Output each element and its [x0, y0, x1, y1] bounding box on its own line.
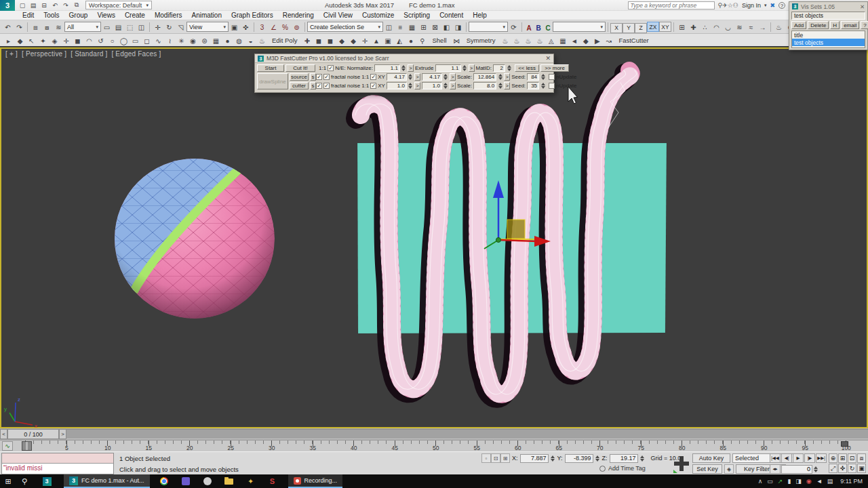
chamfer-box-icon[interactable]: ◼	[313, 35, 325, 46]
shell-button[interactable]: Shell	[433, 37, 447, 44]
noise2-y-field[interactable]: 1.0	[422, 82, 442, 89]
ngon-shape-icon[interactable]: ◻	[141, 35, 153, 46]
scale2-expand-button[interactable]: >	[504, 82, 510, 89]
reference-coordinate-dropdown[interactable]: View▾	[186, 22, 229, 32]
percent-snap-icon[interactable]: %	[279, 22, 291, 33]
curve-editor-icon[interactable]: ⊠	[429, 22, 441, 33]
ne-checkbox[interactable]: ✓	[328, 65, 334, 71]
zoom-icon[interactable]: ⊕	[829, 453, 837, 463]
key-mode-icon[interactable]: ◈	[724, 464, 734, 474]
save-file-icon[interactable]: ⊟	[39, 1, 49, 9]
track-bar-frame-marker[interactable]	[22, 441, 32, 451]
teapot-d-icon[interactable]: ♨	[534, 35, 545, 46]
source-s-button[interactable]: s	[310, 73, 316, 81]
track-bar[interactable]: ∿ 51015202530354045505560657075808590951…	[0, 440, 868, 451]
visset-item-test-objects[interactable]: test objects	[792, 39, 865, 46]
time-slider-handle[interactable]: 0 / 100	[7, 429, 59, 439]
start-button[interactable]: Start	[257, 64, 284, 72]
teapot-primitive-icon[interactable]: ♨	[256, 35, 268, 46]
add-time-tag[interactable]: Add Time Tag	[599, 465, 646, 472]
close-icon[interactable]: ✕	[860, 3, 865, 10]
vertex-mode-icon[interactable]: ◆	[14, 35, 26, 46]
symmetry-button[interactable]: Symmetry	[467, 37, 496, 44]
snap-axis-icon[interactable]: ✚	[688, 22, 699, 33]
vis-sets-name-field[interactable]: test objects	[791, 12, 865, 20]
donut-shape-icon[interactable]: ◉	[187, 35, 199, 46]
noise2-y-expand-button[interactable]: >	[450, 82, 456, 89]
scale2-spinner[interactable]	[498, 82, 502, 89]
z-coord-field[interactable]: 19.17	[610, 454, 638, 463]
absolute-offset-icon[interactable]: ⊞	[500, 453, 510, 463]
box-primitive-icon[interactable]: ◼	[72, 35, 83, 46]
selection-filter-dropdown[interactable]: All▾	[64, 22, 101, 32]
menu-item[interactable]: Modifiers	[150, 12, 187, 19]
menu-item[interactable]: Civil View	[319, 12, 357, 19]
teapot-c-icon[interactable]: ♨	[522, 35, 534, 46]
helix-shape-icon[interactable]: ≀	[164, 35, 176, 46]
noise1-y-spinner[interactable]	[443, 73, 448, 81]
pick-tool-icon[interactable]: ↖	[26, 35, 37, 46]
current-frame-field[interactable]: 0	[781, 465, 812, 474]
teapot-b-icon[interactable]: ♨	[511, 35, 522, 46]
scale1-spinner[interactable]	[498, 73, 502, 81]
cutter-noise-checkbox[interactable]: ✓	[323, 83, 330, 89]
isolate-selection-icon[interactable]: ▫	[481, 453, 491, 463]
bind-spacewarp-icon[interactable]: ≋	[53, 22, 64, 33]
cap-tool-icon[interactable]: ▣	[382, 35, 394, 46]
isolate-plus-icon[interactable]	[673, 454, 690, 473]
noise2-x-field[interactable]: 1.0	[387, 82, 407, 89]
teapot-a-icon[interactable]: ♨	[499, 35, 511, 46]
viewport-label[interactable]: [ + ] [ Perspective ] [ Standard ] [ Edg…	[5, 50, 163, 58]
previous-frame-step-button[interactable]: <	[0, 429, 7, 439]
mirror-snap-icon[interactable]: ≋	[734, 22, 745, 33]
noise2-y-spinner[interactable]	[443, 82, 448, 89]
new-scene-icon[interactable]: ▢	[18, 1, 27, 9]
star-primitive-icon[interactable]: ✳	[176, 35, 187, 46]
edit-poly-button[interactable]: Edit Poly	[272, 37, 298, 44]
selection-lock-icon[interactable]: ⊡	[491, 453, 500, 463]
normalize-field[interactable]: 1.1	[374, 64, 400, 72]
grey-app-icon[interactable]	[200, 474, 215, 488]
mirror-geometry-icon[interactable]: ⋈	[451, 35, 462, 46]
menu-item[interactable]: Animation	[186, 12, 226, 19]
star-shape-icon[interactable]: ✦	[37, 35, 49, 46]
purple-app-icon[interactable]	[178, 474, 193, 488]
seed1-spinner[interactable]	[540, 73, 545, 81]
snap-toggle-icon[interactable]: 3	[256, 22, 268, 33]
file-explorer-icon[interactable]	[222, 474, 237, 488]
restrict-x-button[interactable]: X	[610, 23, 623, 33]
fastcutter-titlebar[interactable]: 3 M3D FastCutter Pro v1.00 licensed to J…	[255, 54, 553, 63]
seed1-field[interactable]: 84	[527, 73, 539, 81]
app-logo[interactable]: 3	[0, 0, 15, 11]
angle-snap-icon[interactable]: ∠	[268, 22, 279, 33]
restrict-xy-button[interactable]: XY	[659, 22, 671, 32]
search-input[interactable]	[628, 1, 715, 9]
pivot-center-icon[interactable]: ▣	[229, 22, 240, 33]
geosphere-primitive-icon[interactable]: ◍	[233, 35, 245, 46]
fastcutter-button[interactable]: FastCutter	[618, 37, 648, 44]
seed2-field[interactable]: 35	[527, 82, 539, 89]
undo-icon[interactable]: ↶	[2, 22, 14, 33]
play-button[interactable]: ▶	[793, 453, 804, 463]
geosphere-object[interactable]	[106, 150, 275, 319]
select-object-icon[interactable]: ▭	[101, 22, 113, 33]
cutter-s-button[interactable]: s	[310, 82, 316, 89]
smooth-tool-icon[interactable]: ◬	[545, 35, 557, 46]
taskbar-search-icon[interactable]: ⚲	[16, 474, 33, 488]
ratio-label-1[interactable]: 1:1	[319, 65, 326, 71]
tray-expand-icon[interactable]: ∧	[758, 478, 763, 485]
zoom-extents-icon[interactable]: ⊡	[848, 453, 856, 463]
key-step-toggle[interactable]: ◂▸	[770, 464, 781, 474]
material-editor-icon[interactable]: ◨	[452, 22, 464, 33]
user-icon[interactable]: ⚇	[733, 2, 738, 9]
less-button[interactable]: << less	[515, 64, 539, 72]
extrude-face-icon[interactable]: ◼	[325, 35, 336, 46]
capsule-primitive-icon[interactable]: ◒	[245, 35, 256, 46]
select-tool-icon[interactable]: ▸	[3, 35, 14, 46]
select-by-name-icon[interactable]: ▤	[113, 22, 124, 33]
task-recording[interactable]: Recording...	[288, 474, 343, 488]
quick-align-icon[interactable]: →	[757, 22, 768, 33]
tray-recording-icon[interactable]: ◉	[806, 478, 812, 485]
layer-manager-icon[interactable]: ▦	[406, 22, 418, 33]
purple-tool-icon[interactable]: ◆	[580, 35, 591, 46]
